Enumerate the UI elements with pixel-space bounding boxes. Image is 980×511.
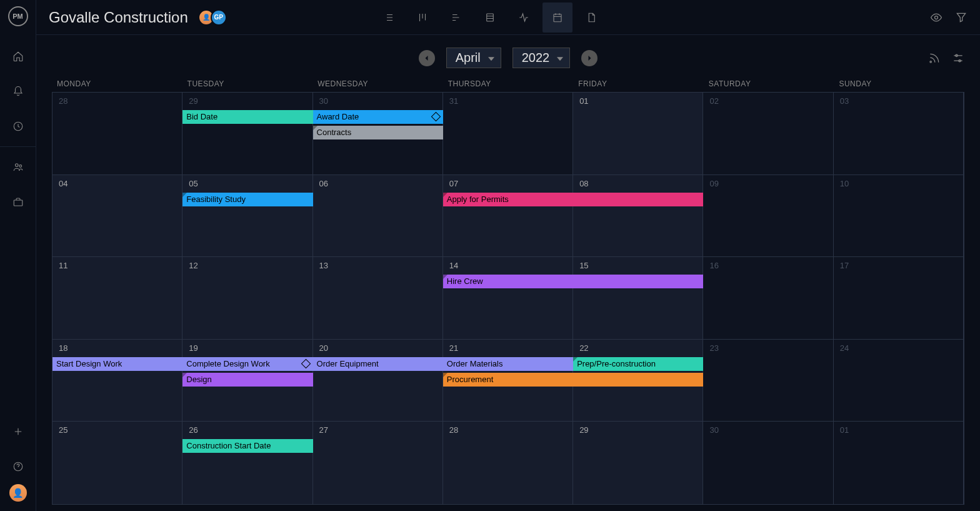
activity-view-icon[interactable] bbox=[509, 3, 539, 33]
calendar-cell[interactable]: 17 bbox=[834, 257, 964, 339]
calendar-row: 11121314151617Hire Crew bbox=[52, 257, 964, 340]
calendar-cell[interactable]: 24 bbox=[834, 340, 964, 422]
day-number: 16 bbox=[703, 257, 832, 274]
day-number: 20 bbox=[313, 340, 442, 357]
day-number: 24 bbox=[834, 340, 963, 357]
day-header: SUNDAY bbox=[834, 79, 964, 88]
avatar-group[interactable]: 👤 GP bbox=[198, 9, 227, 26]
file-view-icon[interactable] bbox=[576, 3, 606, 33]
calendar-event[interactable]: Hire Crew bbox=[443, 275, 704, 288]
calendar-cell[interactable]: 01 bbox=[573, 93, 703, 175]
calendar-cell[interactable]: 09 bbox=[703, 175, 833, 257]
calendar-cell[interactable]: 16 bbox=[703, 257, 833, 339]
calendar-event[interactable]: Procurement bbox=[443, 373, 704, 387]
calendar-event[interactable]: Start Design Work bbox=[52, 357, 182, 371]
calendar-cell[interactable]: 28 bbox=[443, 422, 573, 504]
list-view-icon[interactable] bbox=[374, 3, 404, 33]
calendar-cell[interactable]: 20 bbox=[313, 340, 443, 422]
user-avatar[interactable]: 👤 bbox=[9, 484, 27, 502]
calendar-event[interactable]: Feasibility Study bbox=[182, 193, 312, 206]
calendar-cell[interactable]: 29 bbox=[182, 93, 312, 175]
calendar-cell[interactable]: 29 bbox=[573, 422, 703, 504]
calendar-event[interactable]: Bid Date bbox=[182, 110, 312, 124]
view-switcher bbox=[374, 3, 606, 33]
filter-icon[interactable] bbox=[955, 11, 968, 24]
day-number: 14 bbox=[443, 257, 572, 274]
gantt-view-icon[interactable] bbox=[441, 3, 471, 33]
calendar-cell[interactable]: 25 bbox=[52, 422, 182, 504]
calendar-cell[interactable]: 23 bbox=[703, 340, 833, 422]
calendar-cell[interactable]: 15 bbox=[573, 257, 703, 339]
calendar-event[interactable]: Contracts bbox=[313, 126, 443, 139]
calendar-cell[interactable]: 12 bbox=[182, 257, 312, 339]
calendar-event[interactable]: Construction Start Date bbox=[182, 439, 312, 453]
calendar-cell[interactable]: 28 bbox=[52, 93, 182, 175]
calendar-event[interactable]: Design bbox=[182, 373, 312, 387]
calendar-row: 18192021222324Start Design WorkComplete … bbox=[52, 340, 964, 422]
settings-sliders-icon[interactable] bbox=[952, 52, 964, 64]
day-number: 27 bbox=[313, 422, 442, 438]
day-number: 31 bbox=[443, 93, 572, 109]
calendar-event[interactable]: Apply for Permits bbox=[443, 193, 704, 206]
plus-icon[interactable] bbox=[6, 419, 31, 444]
clock-icon[interactable] bbox=[6, 114, 31, 139]
next-month-button[interactable] bbox=[581, 50, 598, 66]
help-icon[interactable] bbox=[6, 454, 31, 479]
calendar: April 2022 MONDAY TUESDAY WEDNESDAY THUR… bbox=[36, 35, 980, 511]
home-icon[interactable] bbox=[6, 44, 31, 69]
calendar-cell[interactable]: 11 bbox=[52, 257, 182, 339]
year-select[interactable]: 2022 bbox=[512, 48, 571, 68]
month-select[interactable]: April bbox=[446, 48, 501, 68]
calendar-row: 04050607080910Feasibility StudyApply for… bbox=[52, 175, 964, 258]
calendar-cell[interactable]: 13 bbox=[313, 257, 443, 339]
calendar-cell[interactable]: 02 bbox=[703, 93, 833, 175]
calendar-row: 28293031010203Bid DateAward DateContract… bbox=[52, 93, 964, 175]
day-number: 01 bbox=[573, 93, 702, 109]
calendar-event[interactable]: Complete Design Work bbox=[182, 357, 312, 371]
calendar-cell[interactable]: 26 bbox=[182, 422, 312, 504]
calendar-view-icon[interactable] bbox=[542, 3, 572, 33]
project-title: Govalle Construction bbox=[49, 9, 188, 26]
calendar-cell[interactable]: 08 bbox=[573, 175, 703, 257]
calendar-cell[interactable]: 31 bbox=[443, 93, 573, 175]
briefcase-icon[interactable] bbox=[6, 190, 31, 215]
bell-icon[interactable] bbox=[6, 79, 31, 104]
day-number: 26 bbox=[182, 422, 312, 438]
day-number: 21 bbox=[443, 340, 572, 357]
avatar-2[interactable]: GP bbox=[211, 9, 227, 26]
calendar-event[interactable]: Order Materials bbox=[443, 357, 573, 371]
calendar-cell[interactable]: 04 bbox=[52, 175, 182, 257]
svg-rect-5 bbox=[487, 14, 494, 21]
day-header: THURSDAY bbox=[443, 79, 574, 88]
logo-pm[interactable]: PM bbox=[8, 6, 28, 26]
day-number: 30 bbox=[703, 422, 832, 438]
calendar-cell[interactable]: 30 bbox=[703, 422, 833, 504]
calendar-event[interactable]: Award Date bbox=[313, 110, 443, 124]
day-number: 06 bbox=[313, 175, 442, 192]
calendar-cell[interactable]: 07 bbox=[443, 175, 573, 257]
calendar-event[interactable]: Prep/Pre-construction bbox=[573, 357, 703, 371]
calendar-cell[interactable]: 18 bbox=[52, 340, 182, 422]
sheet-view-icon[interactable] bbox=[475, 3, 505, 33]
prev-month-button[interactable] bbox=[419, 50, 435, 66]
calendar-cell[interactable]: 06 bbox=[313, 175, 443, 257]
team-icon[interactable] bbox=[6, 154, 31, 180]
calendar-cell[interactable]: 01 bbox=[834, 422, 964, 504]
svg-point-8 bbox=[930, 61, 932, 63]
topbar: Govalle Construction 👤 GP bbox=[36, 0, 980, 35]
day-number: 15 bbox=[573, 257, 702, 274]
day-number: 05 bbox=[182, 175, 312, 192]
calendar-cell[interactable]: 10 bbox=[834, 175, 964, 257]
calendar-cell[interactable]: 14 bbox=[443, 257, 573, 339]
calendar-cell[interactable]: 27 bbox=[313, 422, 443, 504]
topbar-actions bbox=[930, 11, 968, 24]
calendar-event[interactable]: Order Equipment bbox=[313, 357, 443, 371]
eye-icon[interactable] bbox=[930, 11, 942, 24]
board-view-icon[interactable] bbox=[408, 3, 438, 33]
day-number: 01 bbox=[834, 422, 963, 438]
day-header: FRIDAY bbox=[573, 79, 704, 88]
calendar-cell[interactable]: 03 bbox=[834, 93, 964, 175]
calendar-cell[interactable]: 05 bbox=[182, 175, 312, 257]
day-number: 29 bbox=[573, 422, 702, 438]
rss-icon[interactable] bbox=[928, 52, 941, 64]
